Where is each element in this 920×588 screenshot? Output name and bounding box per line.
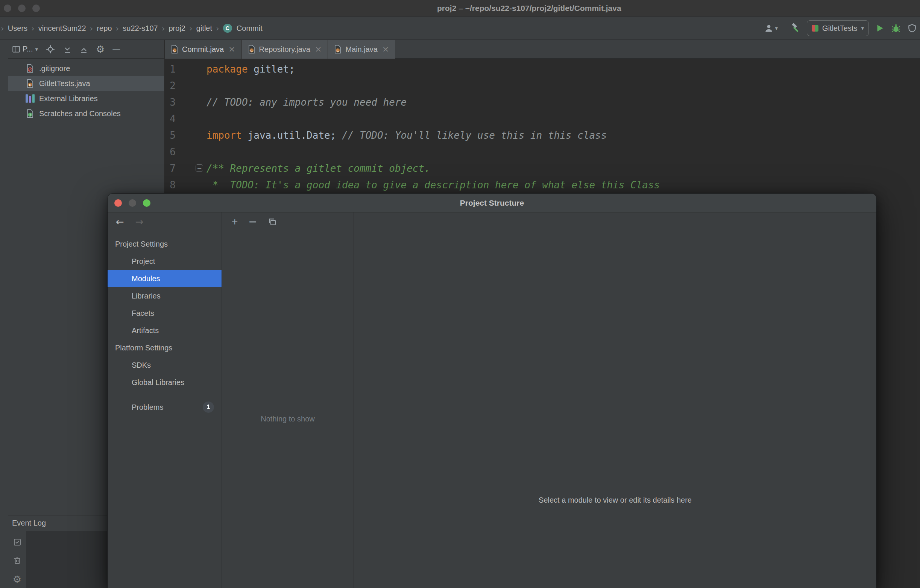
remove-icon[interactable]: − xyxy=(248,215,257,228)
nav-item-sdks[interactable]: SDKs xyxy=(108,356,222,374)
line-number: 4 xyxy=(164,110,176,127)
zoom-window-button[interactable] xyxy=(143,199,151,207)
tree-item-label: Scratches and Consoles xyxy=(39,110,121,118)
tab-commit-java[interactable]: C Commit.java × xyxy=(165,40,242,59)
svg-text:C: C xyxy=(173,49,176,53)
line-number: 8 xyxy=(164,177,176,193)
breadcrumb-item-commit[interactable]: Commit xyxy=(236,24,262,33)
dialog-window-controls xyxy=(114,194,151,212)
nav-header-project-settings: Project Settings xyxy=(108,235,222,253)
run-toolbar: ▾ GitletTests ▾ xyxy=(764,16,917,40)
tree-item-external-libraries[interactable]: External Libraries xyxy=(8,91,164,106)
tool-window-stripe-left[interactable] xyxy=(0,40,8,588)
run-button[interactable] xyxy=(875,23,884,33)
trash-icon[interactable] xyxy=(13,556,22,565)
chevron-right-icon: › xyxy=(1,24,4,33)
dialog-body: ← → Project Settings Project Modules Lib… xyxy=(108,212,876,588)
close-window-button[interactable] xyxy=(114,199,122,207)
collapse-all-icon[interactable] xyxy=(79,45,88,54)
build-hammer-icon[interactable] xyxy=(790,23,801,34)
gear-icon[interactable]: ⚙ xyxy=(96,44,105,55)
editor-tab-bar: C Commit.java × C Repository.java × C Ma… xyxy=(165,40,920,59)
event-log-title: Event Log xyxy=(12,519,46,527)
fold-region-icon[interactable]: − xyxy=(196,164,203,172)
svg-text:C: C xyxy=(250,49,253,53)
dialog-nav-list: Project Settings Project Modules Librari… xyxy=(108,231,222,416)
close-icon[interactable]: × xyxy=(382,45,389,53)
tree-item-gitignore[interactable]: .gitignore xyxy=(8,61,164,76)
dialog-nav-sidebar: ← → Project Settings Project Modules Lib… xyxy=(108,212,222,588)
line-number: 5 xyxy=(164,127,176,144)
code-line-3: // TODO: any imports you need here xyxy=(206,94,407,110)
chevron-right-icon: › xyxy=(31,24,35,33)
problems-count-badge: 1 xyxy=(203,402,214,413)
locate-target-icon[interactable] xyxy=(45,44,55,54)
dialog-title: Project Structure xyxy=(460,199,524,208)
zoom-window-button[interactable] xyxy=(32,5,40,12)
nav-item-modules[interactable]: Modules xyxy=(108,270,222,287)
java-file-icon: C xyxy=(248,45,255,54)
module-list-panel: + − Nothing to show xyxy=(222,212,354,588)
tab-main-java[interactable]: C Main.java × xyxy=(328,40,395,59)
breadcrumb: › Users › vincentSum22 › repo › su22-s10… xyxy=(0,16,262,40)
code-doc-comment: * TODO: It's a good idea to give a descr… xyxy=(206,179,660,191)
expand-all-icon[interactable] xyxy=(63,45,72,54)
minimize-window-button[interactable] xyxy=(18,5,26,12)
breadcrumb-item-repo[interactable]: repo xyxy=(97,24,112,33)
breadcrumb-item-users[interactable]: Users xyxy=(8,24,28,33)
nav-item-artifacts[interactable]: Artifacts xyxy=(108,322,222,339)
close-window-button[interactable] xyxy=(4,5,11,12)
debug-bug-icon[interactable] xyxy=(891,23,901,34)
nav-item-libraries[interactable]: Libraries xyxy=(108,287,222,305)
copy-icon[interactable] xyxy=(268,217,277,226)
forward-icon: → xyxy=(135,216,144,228)
breadcrumb-item-proj2[interactable]: proj2 xyxy=(168,24,185,33)
nav-item-project[interactable]: Project xyxy=(108,253,222,270)
run-configuration-name: GitletTests xyxy=(822,24,857,33)
run-configuration-select[interactable]: GitletTests ▾ xyxy=(807,20,869,36)
module-list-toolbar: + − xyxy=(222,212,353,231)
project-panel-label: P... xyxy=(23,45,33,53)
event-log-toolbar: ⚙ xyxy=(8,531,26,588)
coverage-shield-icon[interactable] xyxy=(907,23,917,33)
code-text: gitlet; xyxy=(254,63,295,75)
nav-item-facets[interactable]: Facets xyxy=(108,305,222,322)
breadcrumb-item-vincentsum22[interactable]: vincentSum22 xyxy=(38,24,86,33)
code-doc-comment: /** Represents a gitlet commit object. xyxy=(206,163,430,174)
tree-item-scratches[interactable]: Scratches and Consoles xyxy=(8,106,164,121)
project-panel-icon xyxy=(12,45,20,53)
chevron-down-icon: ▾ xyxy=(35,46,38,53)
chevron-right-icon: › xyxy=(216,24,219,33)
code-comment: // TODO: any imports you need here xyxy=(206,97,407,108)
code-line-1: package gitlet; xyxy=(206,61,295,78)
nav-item-problems[interactable]: Problems 1 xyxy=(108,399,222,416)
tree-item-label: GitletTests.java xyxy=(39,79,90,88)
project-panel-title[interactable]: P... ▾ xyxy=(12,45,38,53)
close-icon[interactable]: × xyxy=(228,45,235,53)
breadcrumb-item-su22-s107[interactable]: su22-s107 xyxy=(123,24,157,33)
minimize-window-button xyxy=(129,199,136,207)
chevron-right-icon: › xyxy=(115,24,119,33)
line-number: 6 xyxy=(164,144,176,160)
breadcrumb-item-gitlet[interactable]: gitlet xyxy=(196,24,212,33)
gear-icon[interactable]: ⚙ xyxy=(13,574,21,585)
add-icon[interactable]: + xyxy=(232,216,238,228)
nav-item-global-libraries[interactable]: Global Libraries xyxy=(108,374,222,391)
tab-label: Commit.java xyxy=(182,45,224,54)
hide-panel-icon[interactable]: — xyxy=(112,44,120,54)
back-icon[interactable]: ← xyxy=(116,216,124,228)
project-structure-dialog: Project Structure ← → Project Settings P… xyxy=(108,194,876,588)
tree-item-gitlettests[interactable]: C GitletTests.java xyxy=(8,76,164,91)
code-line-5: import java.util.Date; // TODO: You'll l… xyxy=(206,127,607,144)
code-keyword: package xyxy=(206,63,254,75)
window-controls xyxy=(0,5,40,12)
libraries-icon xyxy=(26,94,35,103)
user-menu-button[interactable]: ▾ xyxy=(764,23,778,33)
select-item-icon[interactable] xyxy=(13,538,22,547)
tab-repository-java[interactable]: C Repository.java × xyxy=(242,40,328,59)
tree-item-label: .gitignore xyxy=(39,64,70,73)
close-icon[interactable]: × xyxy=(315,45,322,53)
line-number: 2 xyxy=(164,78,176,94)
gitignore-file-icon xyxy=(26,64,35,73)
java-file-icon: C xyxy=(171,45,178,54)
